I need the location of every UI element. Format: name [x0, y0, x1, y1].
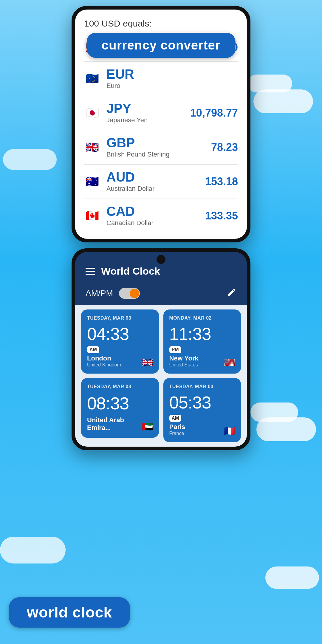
eur-flag: 🇪🇺 [84, 71, 100, 87]
hamburger-line-1 [86, 268, 95, 269]
jpy-flag: 🇯🇵 [84, 105, 100, 121]
cad-value: 133.35 [205, 210, 238, 222]
newyork-country: United States [169, 362, 199, 368]
aud-value: 153.18 [205, 175, 238, 188]
edit-icon[interactable] [227, 287, 236, 299]
newyork-flag: 🇺🇸 [224, 357, 235, 368]
eur-code: EUR [106, 68, 238, 81]
currency-row-jpy[interactable]: 🇯🇵 JPY Japanese Yen 10,798.77 [84, 96, 238, 130]
jpy-code: JPY [106, 102, 190, 115]
clock-card-uae[interactable]: TUESDAY, MAR 03 08:33 United Arab Emira.… [81, 378, 159, 438]
cad-name: Canadian Dollar [106, 219, 205, 227]
gbp-name: British Pound Sterling [106, 151, 211, 158]
newyork-ampm: PM [169, 346, 181, 353]
jpy-name: Japanese Yen [106, 116, 190, 124]
london-footer: AM London United Kingdom 🇬🇧 [87, 346, 153, 368]
world-clock-phone: World Clock AM/PM TUESDAY, MAR 03 [72, 248, 250, 450]
world-clock-screen: World Clock AM/PM TUESDAY, MAR 03 [75, 252, 247, 447]
aud-flag: 🇦🇺 [84, 174, 100, 190]
uae-date: TUESDAY, MAR 03 [87, 384, 153, 389]
jpy-info: JPY Japanese Yen [106, 102, 190, 124]
world-clock-toolbar: AM/PM [75, 283, 247, 305]
clock-card-london[interactable]: TUESDAY, MAR 03 04:33 AM London United K… [81, 309, 159, 374]
phone-notch [157, 255, 165, 264]
london-city: London [87, 354, 121, 362]
ampm-label: AM/PM [86, 289, 113, 298]
currency-converter-label: currency converter [87, 33, 236, 58]
aud-info: AUD Australian Dollar [106, 171, 205, 193]
cad-code: CAD [106, 205, 205, 218]
gbp-flag: 🇬🇧 [84, 139, 100, 156]
aud-name: Australian Dollar [106, 185, 205, 193]
hamburger-menu[interactable] [86, 268, 95, 275]
newyork-city: New York [169, 354, 199, 362]
paris-city: Paris [169, 423, 185, 431]
newyork-city-info: PM New York United States [169, 346, 199, 368]
clock-grid: TUESDAY, MAR 03 04:33 AM London United K… [75, 305, 247, 447]
cad-info: CAD Canadian Dollar [106, 205, 205, 227]
clock-card-paris[interactable]: TUESDAY, MAR 03 05:33 AM Paris France 🇫🇷 [163, 378, 241, 442]
london-city-info: AM London United Kingdom [87, 346, 121, 368]
currency-row-aud[interactable]: 🇦🇺 AUD Australian Dollar 153.18 [84, 165, 238, 199]
currency-row-eur[interactable]: 🇪🇺 EUR Euro [84, 62, 238, 96]
uae-time: 08:33 [87, 392, 153, 414]
uae-footer: United Arab Emira... 🇦🇪 [87, 416, 153, 432]
newyork-footer: PM New York United States 🇺🇸 [169, 346, 235, 368]
cad-flag: 🇨🇦 [84, 208, 100, 224]
eur-info: EUR Euro [106, 68, 238, 90]
page-content: currency converter 100 USD equals: 🇺🇸 US… [0, 0, 322, 450]
newyork-time: 11:33 [169, 324, 235, 344]
london-ampm: AM [87, 346, 99, 353]
gbp-code: GBP [106, 136, 211, 149]
clock-card-newyork[interactable]: MONDAY, MAR 02 11:33 PM New York United … [163, 309, 241, 374]
uae-city: United Arab Emira... [87, 416, 142, 432]
london-time: 04:33 [87, 324, 153, 344]
uae-flag: 🇦🇪 [142, 421, 153, 432]
uae-city-info: United Arab Emira... [87, 416, 142, 432]
aud-code: AUD [106, 171, 205, 184]
currency-row-gbp[interactable]: 🇬🇧 GBP British Pound Sterling 78.23 [84, 130, 238, 165]
paris-city-info: AM Paris France [169, 415, 185, 436]
gbp-info: GBP British Pound Sterling [106, 136, 211, 158]
jpy-value: 10,798.77 [190, 107, 238, 119]
paris-flag: 🇫🇷 [224, 426, 235, 436]
ampm-toggle[interactable] [119, 288, 140, 299]
toggle-knob [130, 289, 139, 298]
world-clock-bottom-label: world clock [9, 597, 130, 628]
world-clock-title: World Clock [101, 265, 236, 277]
gbp-value: 78.23 [211, 141, 238, 154]
hamburger-line-3 [86, 274, 95, 275]
currency-row-cad[interactable]: 🇨🇦 CAD Canadian Dollar 133.35 [84, 199, 238, 233]
eur-name: Euro [106, 82, 238, 90]
paris-time: 05:33 [169, 392, 235, 412]
paris-country: France [169, 431, 185, 436]
london-date: TUESDAY, MAR 03 [87, 315, 153, 321]
newyork-date: MONDAY, MAR 02 [169, 315, 235, 321]
currency-header: 100 USD equals: [84, 16, 238, 29]
currency-converter-phone: currency converter 100 USD equals: 🇺🇸 US… [72, 6, 250, 242]
paris-date: TUESDAY, MAR 03 [169, 384, 235, 389]
paris-ampm: AM [169, 415, 182, 422]
hamburger-line-2 [86, 271, 95, 272]
london-flag: 🇬🇧 [142, 357, 153, 368]
london-country: United Kingdom [87, 362, 121, 368]
paris-footer: AM Paris France 🇫🇷 [169, 415, 235, 436]
